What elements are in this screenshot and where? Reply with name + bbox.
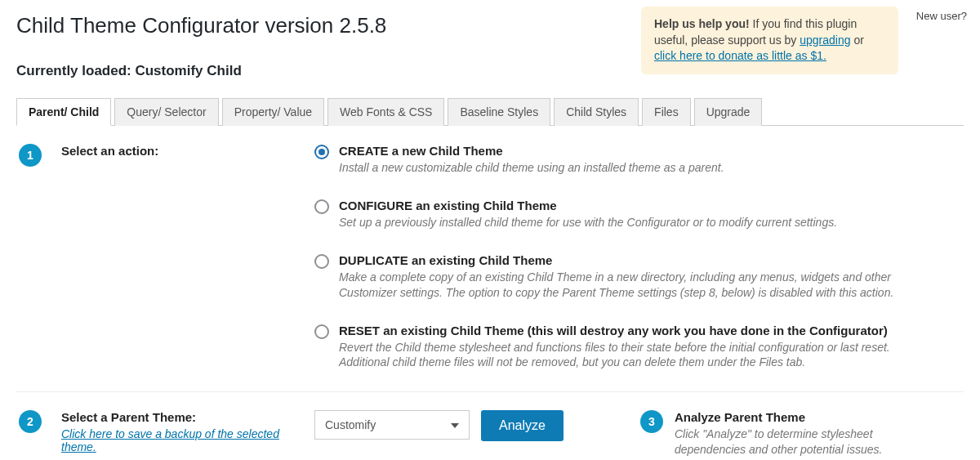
notice-lead: Help us help you! bbox=[654, 17, 750, 30]
analyze-button[interactable]: Analyze bbox=[481, 410, 564, 441]
action-duplicate-title: DUPLICATE an existing Child Theme bbox=[339, 253, 935, 267]
step-2-section: 2 Select a Parent Theme: Click here to s… bbox=[16, 392, 964, 460]
step-1-section: 1 Select an action: CREATE a new Child T… bbox=[16, 126, 964, 392]
radio-reset[interactable] bbox=[314, 324, 329, 339]
action-create-title: CREATE a new Child Theme bbox=[339, 144, 724, 158]
tab-parent-child[interactable]: Parent/ Child bbox=[16, 98, 111, 126]
radio-create[interactable] bbox=[314, 145, 329, 159]
step-2-badge: 2 bbox=[19, 410, 42, 433]
action-create[interactable]: CREATE a new Child Theme Install a new c… bbox=[314, 144, 964, 176]
tab-upgrade[interactable]: Upgrade bbox=[694, 98, 763, 126]
action-duplicate[interactable]: DUPLICATE an existing Child Theme Make a… bbox=[314, 253, 964, 301]
tab-property-value[interactable]: Property/ Value bbox=[222, 98, 324, 126]
radio-configure[interactable] bbox=[314, 199, 329, 214]
donate-link[interactable]: click here to donate as little as $1. bbox=[654, 49, 826, 62]
tab-query-selector[interactable]: Query/ Selector bbox=[114, 98, 218, 126]
action-configure[interactable]: CONFIGURE an existing Child Theme Set up… bbox=[314, 199, 964, 230]
step-2-label: Select a Parent Theme: bbox=[61, 410, 298, 424]
step-1-badge: 1 bbox=[19, 144, 42, 167]
tab-child-styles[interactable]: Child Styles bbox=[554, 98, 639, 126]
upgrade-link[interactable]: upgrading bbox=[800, 33, 850, 47]
step-3-desc: Click "Analyze" to determine stylesheet … bbox=[675, 427, 911, 458]
action-configure-title: CONFIGURE an existing Child Theme bbox=[339, 199, 837, 212]
action-create-desc: Install a new customizable child theme u… bbox=[339, 160, 724, 176]
tab-web-fonts[interactable]: Web Fonts & CSS bbox=[327, 98, 444, 126]
step-3-section: 3 Analyze Parent Theme Click "Analyze" t… bbox=[640, 410, 911, 458]
parent-theme-value: Customify bbox=[325, 418, 376, 431]
step-3-title: Analyze Parent Theme bbox=[675, 410, 911, 424]
backup-link[interactable]: Click here to save a backup of the selec… bbox=[61, 427, 298, 453]
action-reset-title: RESET an existing Child Theme (this will… bbox=[339, 324, 935, 337]
action-reset[interactable]: RESET an existing Child Theme (this will… bbox=[314, 324, 964, 371]
new-user-link[interactable]: New user? bbox=[916, 10, 967, 22]
parent-theme-select[interactable]: Customify bbox=[314, 410, 470, 440]
action-reset-desc: Revert the Child theme stylesheet and fu… bbox=[339, 340, 935, 371]
step-1-label: Select an action: bbox=[61, 144, 298, 158]
step-3-badge: 3 bbox=[640, 410, 663, 433]
tab-files[interactable]: Files bbox=[642, 98, 691, 126]
tab-bar: Parent/ Child Query/ Selector Property/ … bbox=[16, 97, 964, 126]
action-duplicate-desc: Make a complete copy of an existing Chil… bbox=[339, 270, 935, 301]
action-configure-desc: Set up a previously installed child them… bbox=[339, 215, 837, 230]
help-notice: Help us help you! If you find this plugi… bbox=[641, 7, 898, 74]
notice-or: or bbox=[851, 33, 864, 47]
tab-baseline-styles[interactable]: Baseline Styles bbox=[448, 98, 550, 126]
radio-duplicate[interactable] bbox=[314, 254, 329, 269]
